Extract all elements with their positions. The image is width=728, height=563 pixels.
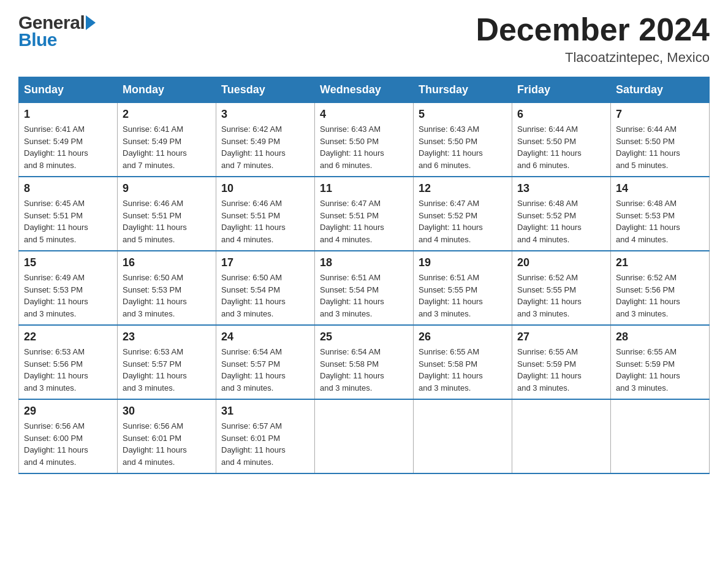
title-section: December 2024 Tlacoatzintepec, Mexico [476, 12, 710, 66]
day-number: 3 [221, 108, 309, 121]
day-number: 6 [517, 108, 605, 121]
day-info: Sunrise: 6:54 AMSunset: 5:57 PMDaylight:… [221, 346, 309, 394]
calendar-week-row: 15 Sunrise: 6:49 AMSunset: 5:53 PMDaylig… [19, 251, 710, 325]
day-info: Sunrise: 6:47 AMSunset: 5:51 PMDaylight:… [320, 197, 408, 245]
day-info: Sunrise: 6:52 AMSunset: 5:56 PMDaylight:… [616, 272, 704, 320]
table-row: 22 Sunrise: 6:53 AMSunset: 5:56 PMDaylig… [19, 325, 118, 399]
day-number: 23 [123, 331, 211, 343]
table-row: 28 Sunrise: 6:55 AMSunset: 5:59 PMDaylig… [611, 325, 710, 399]
table-row: 17 Sunrise: 6:50 AMSunset: 5:54 PMDaylig… [216, 251, 315, 325]
table-row: 25 Sunrise: 6:54 AMSunset: 5:58 PMDaylig… [315, 325, 414, 399]
table-row: 26 Sunrise: 6:55 AMSunset: 5:58 PMDaylig… [414, 325, 512, 399]
day-number: 24 [221, 331, 309, 343]
table-row [414, 399, 512, 473]
day-number: 16 [123, 256, 211, 269]
day-number: 7 [616, 108, 704, 121]
table-row: 31 Sunrise: 6:57 AMSunset: 6:01 PMDaylig… [216, 399, 315, 473]
calendar-table: Sunday Monday Tuesday Wednesday Thursday… [18, 77, 710, 474]
day-info: Sunrise: 6:43 AMSunset: 5:50 PMDaylight:… [320, 123, 408, 171]
day-number: 11 [320, 182, 408, 195]
day-info: Sunrise: 6:56 AMSunset: 6:00 PMDaylight:… [24, 420, 112, 468]
table-row: 13 Sunrise: 6:48 AMSunset: 5:52 PMDaylig… [512, 177, 611, 251]
table-row: 6 Sunrise: 6:44 AMSunset: 5:50 PMDayligh… [512, 103, 611, 177]
day-number: 26 [419, 331, 507, 343]
logo-blue: Blue [18, 29, 96, 50]
table-row: 21 Sunrise: 6:52 AMSunset: 5:56 PMDaylig… [611, 251, 710, 325]
day-number: 13 [517, 182, 605, 195]
table-row: 5 Sunrise: 6:43 AMSunset: 5:50 PMDayligh… [414, 103, 512, 177]
day-info: Sunrise: 6:54 AMSunset: 5:58 PMDaylight:… [320, 346, 408, 394]
day-number: 28 [616, 331, 704, 343]
table-row: 11 Sunrise: 6:47 AMSunset: 5:51 PMDaylig… [315, 177, 414, 251]
day-info: Sunrise: 6:49 AMSunset: 5:53 PMDaylight:… [24, 272, 112, 320]
day-info: Sunrise: 6:53 AMSunset: 5:57 PMDaylight:… [123, 346, 211, 394]
day-number: 17 [221, 256, 309, 269]
header-friday: Friday [512, 77, 611, 103]
day-info: Sunrise: 6:55 AMSunset: 5:59 PMDaylight:… [616, 346, 704, 394]
day-number: 31 [221, 405, 309, 418]
header-tuesday: Tuesday [216, 77, 315, 103]
day-info: Sunrise: 6:51 AMSunset: 5:54 PMDaylight:… [320, 272, 408, 320]
location-subtitle: Tlacoatzintepec, Mexico [476, 50, 710, 66]
table-row: 7 Sunrise: 6:44 AMSunset: 5:50 PMDayligh… [611, 103, 710, 177]
weekday-header-row: Sunday Monday Tuesday Wednesday Thursday… [19, 77, 710, 103]
day-info: Sunrise: 6:46 AMSunset: 5:51 PMDaylight:… [221, 197, 309, 245]
day-number: 27 [517, 331, 605, 343]
day-info: Sunrise: 6:48 AMSunset: 5:52 PMDaylight:… [517, 197, 605, 245]
day-info: Sunrise: 6:48 AMSunset: 5:53 PMDaylight:… [616, 197, 704, 245]
day-number: 29 [24, 405, 112, 418]
table-row: 19 Sunrise: 6:51 AMSunset: 5:55 PMDaylig… [414, 251, 512, 325]
calendar-week-row: 22 Sunrise: 6:53 AMSunset: 5:56 PMDaylig… [19, 325, 710, 399]
day-number: 25 [320, 331, 408, 343]
table-row: 24 Sunrise: 6:54 AMSunset: 5:57 PMDaylig… [216, 325, 315, 399]
table-row: 12 Sunrise: 6:47 AMSunset: 5:52 PMDaylig… [414, 177, 512, 251]
calendar-week-row: 29 Sunrise: 6:56 AMSunset: 6:00 PMDaylig… [19, 399, 710, 473]
table-row: 27 Sunrise: 6:55 AMSunset: 5:59 PMDaylig… [512, 325, 611, 399]
day-number: 4 [320, 108, 408, 121]
table-row: 30 Sunrise: 6:56 AMSunset: 6:01 PMDaylig… [118, 399, 216, 473]
day-info: Sunrise: 6:55 AMSunset: 5:58 PMDaylight:… [419, 346, 507, 394]
table-row [611, 399, 710, 473]
header-sunday: Sunday [19, 77, 118, 103]
table-row: 3 Sunrise: 6:42 AMSunset: 5:49 PMDayligh… [216, 103, 315, 177]
table-row: 16 Sunrise: 6:50 AMSunset: 5:53 PMDaylig… [118, 251, 216, 325]
day-number: 1 [24, 108, 112, 121]
day-info: Sunrise: 6:44 AMSunset: 5:50 PMDaylight:… [517, 123, 605, 171]
table-row: 18 Sunrise: 6:51 AMSunset: 5:54 PMDaylig… [315, 251, 414, 325]
day-info: Sunrise: 6:42 AMSunset: 5:49 PMDaylight:… [221, 123, 309, 171]
header-saturday: Saturday [611, 77, 710, 103]
header-monday: Monday [118, 77, 216, 103]
day-info: Sunrise: 6:43 AMSunset: 5:50 PMDaylight:… [419, 123, 507, 171]
day-number: 15 [24, 256, 112, 269]
table-row: 20 Sunrise: 6:52 AMSunset: 5:55 PMDaylig… [512, 251, 611, 325]
day-info: Sunrise: 6:41 AMSunset: 5:49 PMDaylight:… [24, 123, 112, 171]
header-wednesday: Wednesday [315, 77, 414, 103]
table-row: 23 Sunrise: 6:53 AMSunset: 5:57 PMDaylig… [118, 325, 216, 399]
day-number: 22 [24, 331, 112, 343]
day-number: 5 [419, 108, 507, 121]
day-number: 20 [517, 256, 605, 269]
header-thursday: Thursday [414, 77, 512, 103]
table-row: 4 Sunrise: 6:43 AMSunset: 5:50 PMDayligh… [315, 103, 414, 177]
day-info: Sunrise: 6:56 AMSunset: 6:01 PMDaylight:… [123, 420, 211, 468]
table-row: 10 Sunrise: 6:46 AMSunset: 5:51 PMDaylig… [216, 177, 315, 251]
calendar-week-row: 1 Sunrise: 6:41 AMSunset: 5:49 PMDayligh… [19, 103, 710, 177]
table-row [315, 399, 414, 473]
calendar-week-row: 8 Sunrise: 6:45 AMSunset: 5:51 PMDayligh… [19, 177, 710, 251]
day-number: 19 [419, 256, 507, 269]
table-row: 1 Sunrise: 6:41 AMSunset: 5:49 PMDayligh… [19, 103, 118, 177]
day-number: 18 [320, 256, 408, 269]
table-row: 29 Sunrise: 6:56 AMSunset: 6:00 PMDaylig… [19, 399, 118, 473]
logo-triangle-icon [86, 15, 96, 30]
day-info: Sunrise: 6:51 AMSunset: 5:55 PMDaylight:… [419, 272, 507, 320]
day-info: Sunrise: 6:45 AMSunset: 5:51 PMDaylight:… [24, 197, 112, 245]
table-row: 8 Sunrise: 6:45 AMSunset: 5:51 PMDayligh… [19, 177, 118, 251]
day-info: Sunrise: 6:52 AMSunset: 5:55 PMDaylight:… [517, 272, 605, 320]
day-number: 2 [123, 108, 211, 121]
day-info: Sunrise: 6:50 AMSunset: 5:53 PMDaylight:… [123, 272, 211, 320]
day-info: Sunrise: 6:57 AMSunset: 6:01 PMDaylight:… [221, 420, 309, 468]
table-row: 15 Sunrise: 6:49 AMSunset: 5:53 PMDaylig… [19, 251, 118, 325]
day-number: 30 [123, 405, 211, 418]
day-number: 8 [24, 182, 112, 195]
day-info: Sunrise: 6:46 AMSunset: 5:51 PMDaylight:… [123, 197, 211, 245]
